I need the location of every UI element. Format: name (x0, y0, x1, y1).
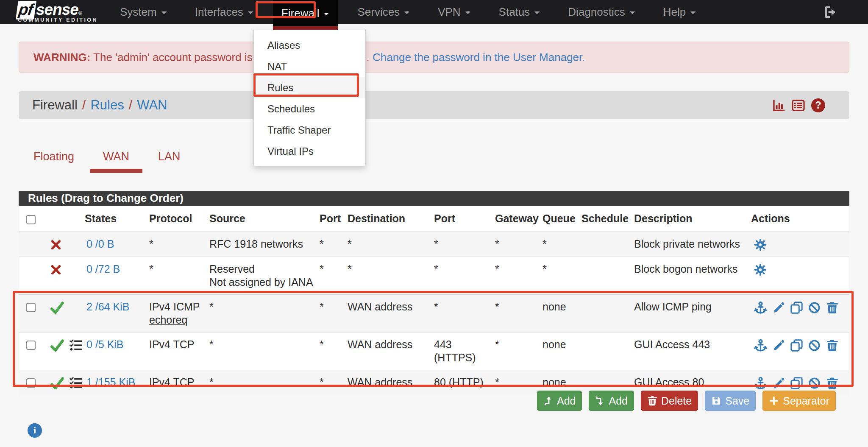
level-down-icon (595, 396, 605, 406)
logo-registered-mark: ® (78, 10, 82, 16)
bar-chart-icon[interactable] (772, 99, 785, 112)
add-rule-bottom-button[interactable]: Add (589, 391, 634, 411)
col-schedule: Schedule (581, 206, 632, 232)
panel-title: Rules (Drag to Change Order) (19, 191, 849, 206)
select-all-checkbox[interactable] (26, 215, 36, 224)
level-up-icon (543, 396, 553, 406)
source-subtext: Not assigned by IANA (209, 276, 320, 289)
copy-icon[interactable] (790, 302, 803, 314)
states-link[interactable]: 0 /5 KiB (86, 338, 124, 350)
rules-table: States Protocol Source Port Destination … (19, 206, 849, 396)
pass-check-icon (50, 376, 64, 390)
caret-down-icon (161, 11, 167, 14)
rule-row-allow-icmp[interactable]: 2 /64 KiB IPv4 ICMPechoreq * * WAN addre… (19, 294, 849, 332)
add-rule-top-button[interactable]: Add (537, 391, 582, 411)
caret-down-icon (465, 11, 471, 14)
row-checkbox[interactable] (26, 378, 36, 388)
col-destination: Destination (346, 206, 432, 232)
log-view-icon[interactable] (792, 99, 805, 112)
table-header-row: States Protocol Source Port Destination … (19, 206, 849, 232)
breadcrumb-link-rules[interactable]: Rules (90, 98, 124, 112)
breadcrumb: Firewall/Rules/WAN (19, 98, 167, 113)
delete-button[interactable]: Delete (641, 391, 698, 411)
nav-item-services[interactable]: Services (349, 0, 418, 24)
tab-wan[interactable]: WAN (90, 144, 142, 173)
caret-down-icon (323, 12, 329, 16)
copy-icon[interactable] (790, 377, 803, 389)
menu-item-nat[interactable]: NAT (254, 56, 365, 77)
edit-pencil-icon[interactable] (773, 377, 785, 389)
col-gateway: Gateway (493, 206, 542, 232)
rule-row-block-private[interactable]: 0 /0 B * RFC 1918 networks * * * * * Blo… (19, 232, 849, 257)
icmp-subtype-link[interactable]: echoreq (149, 314, 187, 326)
save-floppy-icon (711, 396, 721, 406)
plus-icon (769, 396, 779, 406)
nav-item-system[interactable]: System (111, 0, 175, 24)
caret-down-icon (690, 11, 696, 14)
nav-item-firewall[interactable]: Firewall (273, 0, 338, 26)
nav-menu: System Interfaces Firewall Services VPN … (106, 0, 710, 24)
breadcrumb-link-wan[interactable]: WAN (137, 98, 167, 112)
menu-item-rules[interactable]: Rules (254, 77, 365, 98)
info-icon[interactable]: i (28, 423, 42, 438)
nav-item-diagnostics[interactable]: Diagnostics (559, 0, 643, 24)
delete-trash-icon[interactable] (826, 302, 838, 314)
nav-item-interfaces[interactable]: Interfaces (186, 0, 262, 24)
pass-check-icon (50, 300, 64, 315)
anchor-icon[interactable] (754, 339, 767, 352)
menu-item-schedules[interactable]: Schedules (254, 98, 365, 120)
disable-ban-icon[interactable] (808, 339, 821, 352)
menu-item-aliases[interactable]: Aliases (254, 35, 365, 56)
row-checkbox[interactable] (26, 303, 36, 312)
user-manager-link[interactable]: Change the password in the User Manager. (373, 51, 585, 64)
pfsense-firewall-rules-page: pfsense® COMMUNITY EDITION System Interf… (0, 0, 868, 447)
source-cell: * (208, 370, 320, 396)
source-cell: * (208, 332, 320, 370)
delete-trash-icon[interactable] (826, 339, 838, 352)
menu-item-virtual-ips[interactable]: Virtual IPs (254, 141, 365, 162)
trash-icon (647, 396, 657, 406)
states-link[interactable]: 2 /64 KiB (86, 301, 129, 313)
settings-gear-icon[interactable] (754, 238, 767, 251)
password-warning-banner: WARNING: The 'admin' account password is… (19, 42, 849, 73)
settings-gear-icon[interactable] (754, 263, 767, 276)
anchor-icon[interactable] (754, 377, 767, 390)
delete-trash-icon[interactable] (826, 377, 838, 389)
table-action-buttons: Add Add Delete Save Separator (537, 391, 836, 411)
tab-floating[interactable]: Floating (20, 144, 87, 173)
rule-row-block-bogon[interactable]: 0 /72 B * ReservedNot assigned by IANA *… (19, 257, 849, 294)
save-button[interactable]: Save (705, 391, 756, 411)
caret-down-icon (629, 11, 635, 14)
breadcrumb-separator: / (78, 98, 91, 112)
help-icon[interactable]: ? (811, 98, 825, 112)
caret-down-icon (248, 11, 253, 14)
tab-lan[interactable]: LAN (145, 144, 194, 173)
disable-ban-icon[interactable] (808, 302, 821, 314)
anchor-icon[interactable] (754, 301, 767, 314)
edit-pencil-icon[interactable] (773, 302, 785, 314)
breadcrumb-bar: Firewall/Rules/WAN ? (19, 91, 849, 119)
breadcrumb-section: Firewall (32, 98, 78, 112)
rule-row-gui-443[interactable]: 0 /5 KiB IPv4 TCP * * WAN address 443 (H… (19, 332, 849, 370)
col-queue: Queue (542, 206, 581, 232)
col-source: Source (208, 206, 320, 232)
warning-label: WARNING: (33, 51, 90, 64)
copy-icon[interactable] (790, 339, 803, 352)
caret-down-icon (534, 11, 540, 14)
states-link[interactable]: 0 /0 B (86, 238, 114, 250)
source-cell: RFC 1918 networks (208, 232, 320, 257)
menu-item-traffic-shaper[interactable]: Traffic Shaper (254, 120, 365, 141)
nav-item-help[interactable]: Help (655, 0, 704, 24)
states-link[interactable]: 0 /72 B (86, 263, 120, 275)
edit-pencil-icon[interactable] (773, 339, 785, 352)
states-link[interactable]: 1 /155 KiB (86, 376, 135, 388)
nav-item-status[interactable]: Status (490, 0, 549, 24)
col-protocol: Protocol (146, 206, 208, 232)
row-checkbox[interactable] (26, 341, 36, 350)
nav-item-vpn[interactable]: VPN (429, 0, 479, 24)
disable-ban-icon[interactable] (808, 377, 821, 389)
caret-down-icon (404, 11, 410, 14)
breadcrumb-actions: ? (772, 98, 849, 112)
separator-button[interactable]: Separator (762, 391, 836, 411)
sign-out-icon[interactable] (823, 6, 837, 19)
